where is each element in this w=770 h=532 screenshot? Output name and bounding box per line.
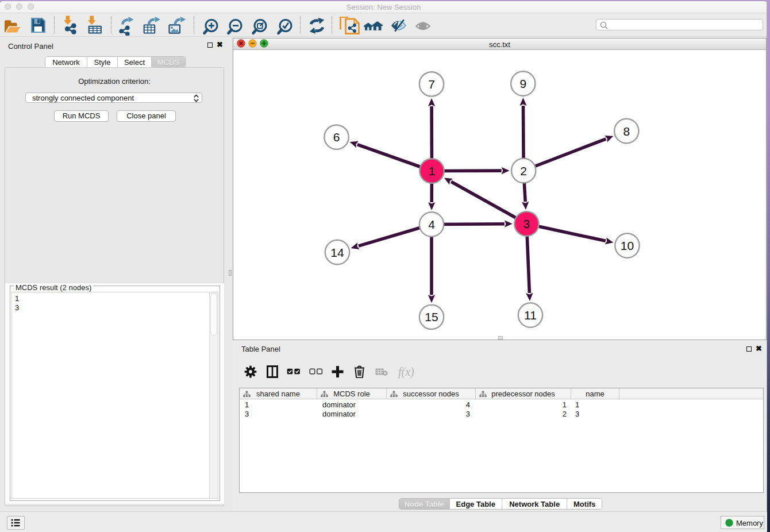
svg-text:6: 6 bbox=[333, 130, 340, 144]
svg-text:9: 9 bbox=[519, 77, 526, 90]
svg-text:15: 15 bbox=[425, 310, 438, 323]
svg-text:14: 14 bbox=[330, 246, 344, 259]
svg-text:10: 10 bbox=[621, 239, 634, 252]
svg-text:4: 4 bbox=[428, 218, 435, 231]
svg-text:3: 3 bbox=[523, 217, 530, 230]
svg-text:11: 11 bbox=[524, 309, 537, 322]
svg-text:1: 1 bbox=[429, 164, 436, 178]
svg-text:2: 2 bbox=[520, 164, 527, 178]
svg-text:7: 7 bbox=[428, 78, 435, 91]
svg-text:8: 8 bbox=[623, 125, 630, 138]
